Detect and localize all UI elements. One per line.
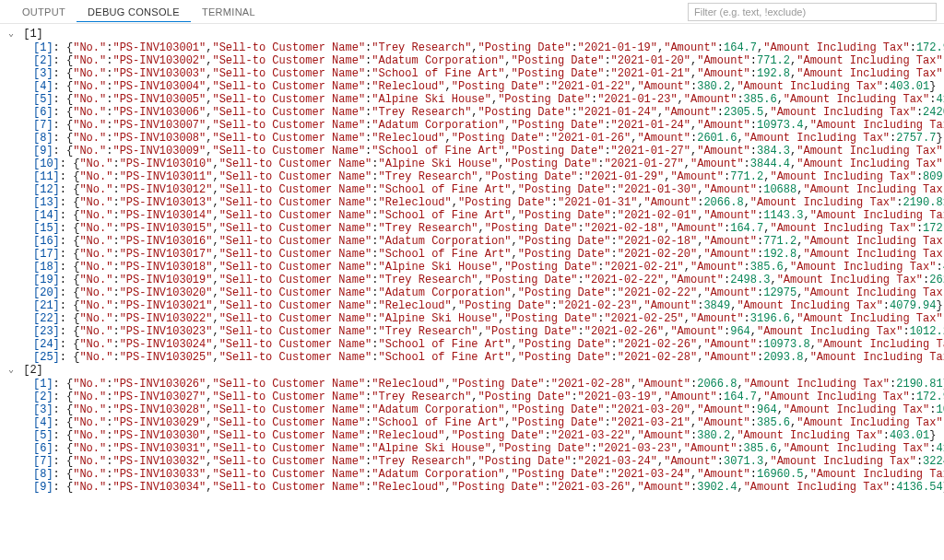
console-row: [3]: {"No.":"PS-INV103003","Sell-to Cust… bbox=[6, 67, 944, 80]
console-row: [3]: {"No.":"PS-INV103028","Sell-to Cust… bbox=[6, 403, 944, 416]
console-group-header[interactable]: ⌄ [1] bbox=[6, 28, 944, 41]
console-row: [6]: {"No.":"PS-INV103006","Sell-to Cust… bbox=[6, 106, 944, 119]
filter-box bbox=[688, 3, 937, 21]
filter-input[interactable] bbox=[688, 3, 937, 21]
console-row: [14]: {"No.":"PS-INV103014","Sell-to Cus… bbox=[6, 209, 944, 222]
console-row: [15]: {"No.":"PS-INV103015","Sell-to Cus… bbox=[6, 222, 944, 235]
console-row: [8]: {"No.":"PS-INV103033","Sell-to Cust… bbox=[6, 468, 944, 481]
console-row: [2]: {"No.":"PS-INV103002","Sell-to Cust… bbox=[6, 54, 944, 67]
console-row: [19]: {"No.":"PS-INV103019","Sell-to Cus… bbox=[6, 274, 944, 286]
debug-console-output[interactable]: ⌄ [1][1]: {"No.":"PS-INV103001","Sell-to… bbox=[0, 24, 944, 494]
console-row: [9]: {"No.":"PS-INV103034","Sell-to Cust… bbox=[6, 481, 944, 494]
console-row: [17]: {"No.":"PS-INV103017","Sell-to Cus… bbox=[6, 248, 944, 261]
console-row: [4]: {"No.":"PS-INV103004","Sell-to Cust… bbox=[6, 80, 944, 93]
console-row: [1]: {"No.":"PS-INV103026","Sell-to Cust… bbox=[6, 378, 944, 391]
console-row: [7]: {"No.":"PS-INV103007","Sell-to Cust… bbox=[6, 119, 944, 132]
console-row: [13]: {"No.":"PS-INV103013","Sell-to Cus… bbox=[6, 196, 944, 209]
console-row: [8]: {"No.":"PS-INV103008","Sell-to Cust… bbox=[6, 132, 944, 145]
console-row: [5]: {"No.":"PS-INV103005","Sell-to Cust… bbox=[6, 93, 944, 106]
console-row: [10]: {"No.":"PS-INV103010","Sell-to Cus… bbox=[6, 158, 944, 170]
console-row: [9]: {"No.":"PS-INV103009","Sell-to Cust… bbox=[6, 145, 944, 158]
console-row: [11]: {"No.":"PS-INV103011","Sell-to Cus… bbox=[6, 170, 944, 183]
console-group-header[interactable]: ⌄ [2] bbox=[6, 364, 944, 378]
console-row: [5]: {"No.":"PS-INV103030","Sell-to Cust… bbox=[6, 429, 944, 442]
chevron-down-icon[interactable]: ⌄ bbox=[6, 28, 17, 41]
console-row: [20]: {"No.":"PS-INV103020","Sell-to Cus… bbox=[6, 286, 944, 299]
console-row: [23]: {"No.":"PS-INV103023","Sell-to Cus… bbox=[6, 325, 944, 338]
console-row: [1]: {"No.":"PS-INV103001","Sell-to Cust… bbox=[6, 41, 944, 54]
console-row: [7]: {"No.":"PS-INV103032","Sell-to Cust… bbox=[6, 455, 944, 468]
tab-terminal[interactable]: TERMINAL bbox=[191, 2, 266, 21]
console-row: [22]: {"No.":"PS-INV103022","Sell-to Cus… bbox=[6, 312, 944, 325]
console-row: [18]: {"No.":"PS-INV103018","Sell-to Cus… bbox=[6, 261, 944, 274]
console-row: [4]: {"No.":"PS-INV103029","Sell-to Cust… bbox=[6, 416, 944, 429]
console-row: [24]: {"No.":"PS-INV103024","Sell-to Cus… bbox=[6, 338, 944, 351]
panel-tabs: OUTPUT DEBUG CONSOLE TERMINAL bbox=[0, 0, 944, 24]
tab-debug-console[interactable]: DEBUG CONSOLE bbox=[77, 2, 191, 22]
console-row: [25]: {"No.":"PS-INV103025","Sell-to Cus… bbox=[6, 351, 944, 364]
chevron-down-icon[interactable]: ⌄ bbox=[6, 364, 17, 377]
console-row: [6]: {"No.":"PS-INV103031","Sell-to Cust… bbox=[6, 442, 944, 455]
tab-output[interactable]: OUTPUT bbox=[11, 2, 77, 21]
console-row: [21]: {"No.":"PS-INV103021","Sell-to Cus… bbox=[6, 299, 944, 312]
console-row: [16]: {"No.":"PS-INV103016","Sell-to Cus… bbox=[6, 235, 944, 248]
console-row: [12]: {"No.":"PS-INV103012","Sell-to Cus… bbox=[6, 183, 944, 196]
console-row: [2]: {"No.":"PS-INV103027","Sell-to Cust… bbox=[6, 391, 944, 403]
